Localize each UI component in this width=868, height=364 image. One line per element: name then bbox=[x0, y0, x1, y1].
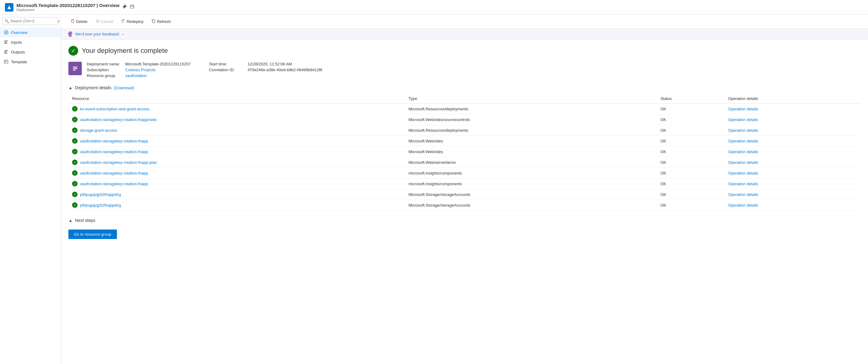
svg-point-6 bbox=[5, 32, 7, 33]
collapse-icon[interactable]: « bbox=[57, 19, 60, 24]
download-link[interactable]: (Download) bbox=[114, 86, 134, 90]
operation-details-link[interactable]: Operation details bbox=[728, 181, 758, 186]
row-status-icon: ✓ bbox=[72, 192, 78, 197]
svg-rect-3 bbox=[131, 7, 133, 8]
table-row: ✓ vaultrotation-storagekey-rotation-fnap… bbox=[68, 136, 861, 146]
subscription-link[interactable]: Contoso Projects bbox=[125, 67, 155, 72]
next-steps-chevron-icon[interactable]: ▲ bbox=[68, 218, 73, 223]
resource-link[interactable]: storage-grant-access bbox=[80, 128, 117, 133]
table-row: ✓ vaultrotation-storagekey-rotation-fnap… bbox=[68, 114, 861, 125]
status-cell: OK bbox=[657, 168, 724, 178]
col-resource: Resource bbox=[68, 94, 405, 104]
row-status-icon: ✓ bbox=[72, 202, 78, 208]
resource-link[interactable]: vaultrotation-storagekey-rotation-fnapp-… bbox=[80, 160, 157, 165]
pin-icon[interactable] bbox=[122, 4, 127, 10]
delete-icon bbox=[70, 19, 75, 24]
delete-button[interactable]: Delete bbox=[67, 17, 91, 26]
type-cell: Microsoft.Web/serverfarms bbox=[405, 157, 657, 168]
deployment-name-label: Deployment name: bbox=[87, 62, 123, 66]
start-time-row: Start time: 12/28/2020, 11:52:08 AM bbox=[209, 62, 322, 66]
cancel-button[interactable]: Cancel bbox=[92, 17, 117, 26]
row-status-icon: ✓ bbox=[72, 117, 78, 122]
status-cell: OK bbox=[657, 136, 724, 146]
content-area: Delete Cancel Redeploy Refresh bbox=[61, 15, 868, 364]
sidebar-item-outputs[interactable]: Outputs bbox=[0, 47, 61, 57]
complete-check-icon: ✓ bbox=[68, 46, 78, 56]
page-title: Microsoft.Template-20201228115207 | Over… bbox=[17, 3, 119, 8]
col-status: Status bbox=[657, 94, 724, 104]
resource-cell: ✓ p6tyugajzjp52fnappstrg bbox=[68, 200, 405, 211]
table-row: ✓ p6tyugajzjp52fnappstrg Microsoft.Stora… bbox=[68, 200, 861, 211]
operation-details-link[interactable]: Operation details bbox=[728, 128, 758, 133]
resource-link[interactable]: kv-event-subscription-and-grant-access bbox=[80, 107, 150, 111]
outputs-icon bbox=[4, 50, 8, 54]
status-cell: OK bbox=[657, 104, 724, 114]
svg-rect-2 bbox=[131, 5, 133, 6]
next-steps-header: ▲ Next steps bbox=[68, 218, 861, 223]
redeploy-button[interactable]: Redeploy bbox=[118, 17, 147, 26]
operation-details-link[interactable]: Operation details bbox=[728, 117, 758, 122]
resource-link[interactable]: vaultrotation-storagekey-rotation-fnapp/… bbox=[80, 117, 157, 122]
operation-details-cell: Operation details bbox=[724, 136, 861, 146]
go-to-resource-group-button[interactable]: Go to resource group bbox=[68, 229, 117, 239]
type-cell: microsoft.insights/components bbox=[405, 168, 657, 178]
meta-col-right: Start time: 12/28/2020, 11:52:08 AM Corr… bbox=[209, 62, 322, 78]
svg-rect-15 bbox=[5, 62, 6, 62]
deployment-info: Deployment name: Microsoft.Template-2020… bbox=[68, 62, 861, 78]
feedback-link[interactable]: We'd love your feedback! → bbox=[75, 32, 125, 36]
resource-group-link[interactable]: vaultrotation bbox=[125, 73, 147, 78]
operation-details-link[interactable]: Operation details bbox=[728, 171, 758, 175]
search-icon: 🔍 bbox=[5, 19, 9, 23]
details-chevron-icon[interactable]: ▲ bbox=[68, 85, 73, 90]
svg-rect-14 bbox=[5, 61, 7, 61]
feedback-icon: 🔮 bbox=[67, 31, 73, 37]
operation-details-cell: Operation details bbox=[724, 168, 861, 178]
resource-link[interactable]: vaultrotation-storagekey-rotation-fnapp bbox=[80, 139, 148, 143]
sidebar-item-overview[interactable]: Overview bbox=[0, 28, 61, 37]
deployment-complete-section: ✓ Your deployment is complete bbox=[68, 46, 861, 56]
deployment-name-value: Microsoft.Template-20201228115207 bbox=[125, 62, 191, 66]
cancel-icon bbox=[96, 19, 100, 24]
operation-details-link[interactable]: Operation details bbox=[728, 203, 758, 207]
refresh-button[interactable]: Refresh bbox=[148, 17, 174, 26]
resource-link[interactable]: p6tyugajzjp52fnappstrg bbox=[80, 203, 121, 207]
svg-point-4 bbox=[133, 6, 133, 7]
operation-details-link[interactable]: Operation details bbox=[728, 139, 758, 143]
resource-link[interactable]: vaultrotation-storagekey-rotation-fnapp bbox=[80, 181, 148, 186]
operation-details-link[interactable]: Operation details bbox=[728, 107, 758, 111]
sidebar-item-template[interactable]: Template bbox=[0, 57, 61, 66]
operation-details-cell: Operation details bbox=[724, 189, 861, 200]
print-icon[interactable] bbox=[130, 4, 135, 10]
operation-details-link[interactable]: Operation details bbox=[728, 149, 758, 154]
start-time-label: Start time: bbox=[209, 62, 246, 66]
status-cell: OK bbox=[657, 125, 724, 136]
col-type: Type bbox=[405, 94, 657, 104]
deployment-details-table: Resource Type Status Operation details ✓… bbox=[68, 94, 861, 211]
operation-details-link[interactable]: Operation details bbox=[728, 160, 758, 165]
deployment-complete-title: Your deployment is complete bbox=[82, 47, 168, 55]
operation-details-cell: Operation details bbox=[724, 104, 861, 114]
status-cell: OK bbox=[657, 178, 724, 189]
search-input[interactable] bbox=[10, 19, 56, 23]
operation-details-link[interactable]: Operation details bbox=[728, 192, 758, 197]
resource-cell: ✓ storage-grant-access bbox=[68, 125, 405, 136]
resource-cell: ✓ vaultrotation-storagekey-rotation-fnap… bbox=[68, 178, 405, 189]
inputs-icon bbox=[4, 40, 8, 45]
cancel-label: Cancel bbox=[101, 19, 113, 24]
subscription-label: Subscription: bbox=[87, 67, 123, 72]
row-status-icon: ✓ bbox=[72, 149, 78, 155]
search-box[interactable]: 🔍 « bbox=[2, 17, 58, 25]
template-icon bbox=[4, 59, 8, 64]
resource-link[interactable]: vaultrotation-storagekey-rotation-fnapp bbox=[80, 171, 148, 175]
row-status-icon: ✓ bbox=[72, 106, 78, 112]
type-cell: Microsoft.Web/sites bbox=[405, 136, 657, 146]
status-cell: OK bbox=[657, 189, 724, 200]
operation-details-cell: Operation details bbox=[724, 146, 861, 157]
type-cell: microsoft.insights/components bbox=[405, 178, 657, 189]
resource-group-label: Resource group: bbox=[87, 73, 123, 78]
resource-link[interactable]: vaultrotation-storagekey-rotation-fnapp bbox=[80, 149, 148, 154]
resource-cell: ✓ vaultrotation-storagekey-rotation-fnap… bbox=[68, 157, 405, 168]
resource-link[interactable]: p6tyugajzjp52fnappstrg bbox=[80, 192, 121, 197]
sidebar-item-inputs[interactable]: Inputs bbox=[0, 37, 61, 47]
redeploy-label: Redeploy bbox=[127, 19, 144, 24]
